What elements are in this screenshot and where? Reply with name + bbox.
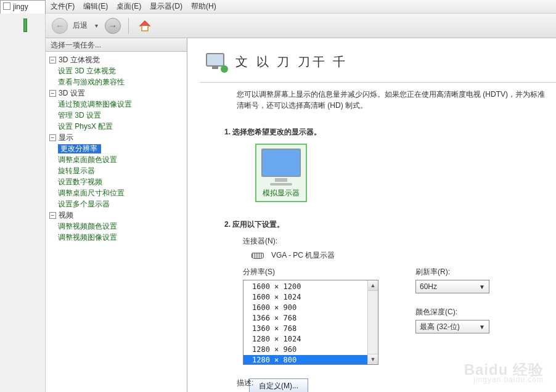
tree-toggle-icon[interactable]: − bbox=[49, 134, 56, 141]
page-description: 您可以调整屏幕上显示的信息量并减少闪烁。如果您正在使用高清晰度电视 (HDTV)… bbox=[237, 89, 550, 111]
refresh-rate-dropdown[interactable]: 60Hz ▼ bbox=[415, 280, 489, 293]
content-row: 选择一项任务... −3D 立体视觉 设置 3D 立体视觉 查看与游戏的兼容性 … bbox=[46, 38, 556, 392]
back-label: 后退 bbox=[73, 20, 88, 31]
menubar: 文件(F) 编辑(E) 桌面(E) 显示器(D) 帮助(H) bbox=[46, 0, 556, 14]
arrow-right-icon: → bbox=[108, 21, 117, 31]
window: jingy 文件(F) 编辑(E) 桌面(E) 显示器(D) 帮助(H) ← 后… bbox=[0, 0, 556, 392]
tree-toggle-icon[interactable]: − bbox=[49, 90, 56, 97]
page-title: 文 以 刀 刀干 千 bbox=[235, 54, 348, 70]
toolbar-separator bbox=[128, 18, 129, 34]
tree-item[interactable]: 设置数字视频 bbox=[58, 178, 102, 186]
back-button[interactable]: ← bbox=[52, 18, 68, 34]
color-depth-value: 最高 (32-位) bbox=[420, 322, 460, 332]
step1-heading: 1. 选择您希望更改的显示器。 bbox=[224, 127, 550, 137]
step2-heading: 2. 应用以下设置。 bbox=[224, 219, 550, 230]
tree-group-video[interactable]: 视频 bbox=[59, 211, 73, 219]
menu-help[interactable]: 帮助(H) bbox=[191, 1, 216, 12]
connector-value: VGA - PC 机显示器 bbox=[271, 250, 335, 261]
resolution-option[interactable]: 1360 × 768 bbox=[243, 324, 367, 334]
tree-item[interactable]: 调整桌面尺寸和位置 bbox=[58, 189, 125, 197]
tree-item[interactable]: 调整视频颜色设置 bbox=[58, 222, 117, 231]
description-label: 描述: bbox=[237, 378, 253, 388]
main-panel: 文 以 刀 刀干 千 您可以调整屏幕上显示的信息量并减少闪烁。如果您正在使用高清… bbox=[187, 38, 556, 392]
menu-desktop[interactable]: 桌面(E) bbox=[117, 1, 141, 12]
scroll-down-icon[interactable]: ▼ bbox=[368, 354, 378, 364]
tree-item[interactable]: 通过预览调整图像设置 bbox=[58, 100, 132, 108]
resolution-label: 分辨率(S) bbox=[243, 267, 378, 277]
resolution-option[interactable]: 1366 × 768 bbox=[243, 313, 367, 324]
scrollbar[interactable]: ▲ ▼ bbox=[367, 280, 378, 364]
chevron-down-icon: ▼ bbox=[479, 324, 485, 330]
decorative-green-bar bbox=[23, 18, 27, 32]
task-tree: −3D 立体视觉 设置 3D 立体视觉 查看与游戏的兼容性 −3D 设置 通过预… bbox=[46, 52, 187, 392]
arrow-left-icon: ← bbox=[55, 21, 64, 31]
connector-label: 连接器(N): bbox=[243, 236, 550, 247]
tree-item[interactable]: 设置 3D 立体视觉 bbox=[58, 67, 116, 75]
resolution-option[interactable]: 1280 × 960 bbox=[243, 345, 367, 355]
connector-row: VGA - PC 机显示器 bbox=[251, 250, 550, 261]
tree-group-3d-stereoscopic[interactable]: 3D 立体视觉 bbox=[59, 55, 100, 64]
sidebar: 选择一项任务... −3D 立体视觉 设置 3D 立体视觉 查看与游戏的兼容性 … bbox=[46, 38, 187, 392]
browser-tab-fragment[interactable]: jingy bbox=[0, 0, 46, 14]
refresh-rate-label: 刷新率(R): bbox=[415, 267, 489, 277]
tree-item[interactable]: 调整桌面颜色设置 bbox=[58, 155, 117, 164]
monitor-icon bbox=[261, 149, 301, 177]
resolution-option[interactable]: 1280 × 1024 bbox=[243, 334, 367, 345]
tree-group-display[interactable]: 显示 bbox=[59, 133, 73, 142]
tree-item[interactable]: 管理 3D 设置 bbox=[58, 111, 101, 120]
tree-group-3d-settings[interactable]: 3D 设置 bbox=[59, 89, 85, 97]
page-header-icon bbox=[206, 53, 227, 71]
page-header: 文 以 刀 刀干 千 bbox=[200, 38, 556, 83]
toolbar: ← 后退 ▾ → bbox=[46, 14, 556, 38]
resolution-option[interactable]: 1280 × 800 bbox=[243, 355, 367, 364]
tree-item[interactable]: 设置多个显示器 bbox=[58, 200, 110, 208]
tree-item[interactable]: 设置 PhysX 配置 bbox=[58, 122, 113, 131]
scroll-up-icon[interactable]: ▲ bbox=[368, 280, 378, 291]
tree-item[interactable]: 调整视频图像设置 bbox=[58, 233, 117, 242]
tree-item-change-resolution[interactable]: 更改分辨率 bbox=[58, 144, 101, 153]
monitor-base-icon bbox=[270, 183, 292, 186]
forward-button[interactable]: → bbox=[105, 18, 121, 34]
home-button[interactable] bbox=[136, 17, 153, 35]
monitor-caption: 模拟显示器 bbox=[261, 188, 301, 198]
tree-item[interactable]: 旋转显示器 bbox=[58, 166, 95, 175]
resolution-option[interactable]: 1600 × 900 bbox=[243, 303, 367, 313]
color-depth-dropdown[interactable]: 最高 (32-位) ▼ bbox=[415, 320, 489, 333]
tree-item[interactable]: 查看与游戏的兼容性 bbox=[58, 78, 125, 86]
page-body: 您可以调整屏幕上显示的信息量并减少闪烁。如果您正在使用高清晰度电视 (HDTV)… bbox=[200, 83, 556, 392]
tree-toggle-icon[interactable]: − bbox=[49, 212, 56, 219]
resolution-option[interactable]: 1600 × 1200 bbox=[243, 282, 367, 292]
history-dropdown-icon[interactable]: ▾ bbox=[92, 22, 100, 30]
resolution-listbox[interactable]: 1600 × 12001600 × 10241600 × 9001366 × 7… bbox=[243, 280, 378, 365]
customize-button[interactable]: 自定义(M)... bbox=[249, 378, 308, 392]
app-frame: 文件(F) 编辑(E) 桌面(E) 显示器(D) 帮助(H) ← 后退 ▾ → bbox=[46, 0, 556, 392]
menu-edit[interactable]: 编辑(E) bbox=[83, 1, 108, 12]
monitor-selector[interactable]: 模拟显示器 bbox=[255, 144, 307, 202]
monitor-stand-icon bbox=[275, 178, 287, 182]
refresh-rate-value: 60Hz bbox=[420, 282, 437, 291]
home-icon bbox=[137, 18, 152, 33]
vga-icon bbox=[251, 253, 264, 259]
resolution-option[interactable]: 1600 × 1024 bbox=[243, 292, 367, 303]
menu-display[interactable]: 显示器(D) bbox=[150, 1, 182, 12]
color-depth-label: 颜色深度(C): bbox=[415, 307, 489, 317]
menu-file[interactable]: 文件(F) bbox=[51, 1, 75, 12]
outer-left-panel: jingy bbox=[0, 0, 46, 392]
chevron-down-icon: ▼ bbox=[479, 284, 485, 290]
tree-toggle-icon[interactable]: − bbox=[49, 57, 56, 63]
sidebar-header: 选择一项任务... bbox=[46, 38, 187, 52]
